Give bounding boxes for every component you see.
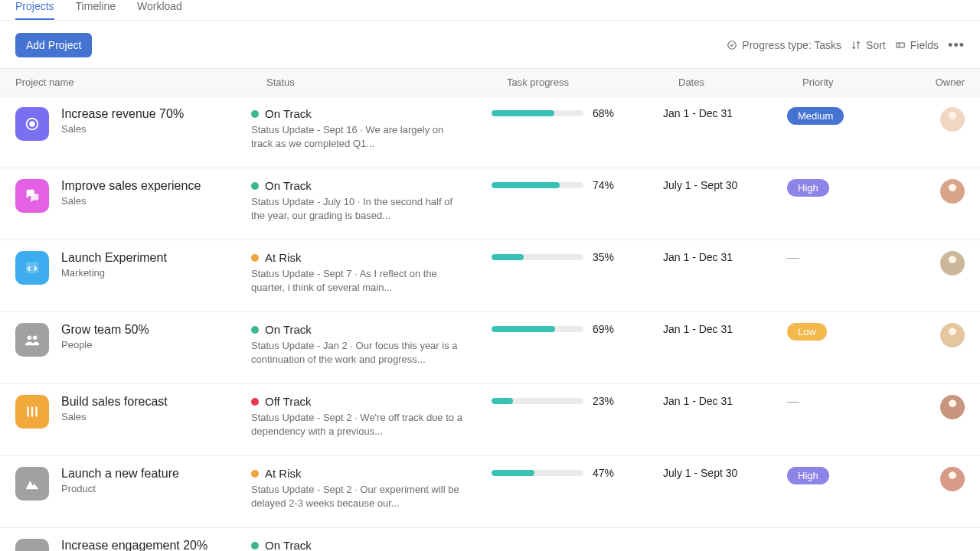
project-name[interactable]: Grow team 50%	[61, 323, 149, 337]
svg-rect-1	[896, 43, 904, 47]
status-dot	[251, 254, 259, 262]
status-description: Status Update - Sept 2 · Our experiment …	[251, 483, 466, 510]
status-title[interactable]: Off Track	[265, 395, 312, 408]
project-category: Product	[61, 483, 179, 494]
progress-bar	[492, 398, 583, 404]
owner-cell	[905, 395, 980, 422]
project-icon	[15, 107, 49, 141]
project-icon	[15, 467, 49, 500]
fields-icon	[895, 40, 906, 51]
avatar[interactable]	[940, 179, 965, 204]
project-icon	[15, 539, 49, 551]
dates-cell[interactable]: Jan 1 - Dec 31	[663, 251, 787, 263]
col-header-owner[interactable]: Owner	[905, 77, 980, 88]
project-icon	[15, 179, 49, 213]
dates-cell[interactable]: July 1 - Sept 30	[663, 467, 787, 479]
tab-workload[interactable]: Workload	[137, 0, 182, 20]
progress-percent: 69%	[593, 323, 614, 335]
owner-cell	[905, 179, 980, 207]
progress-type-selector[interactable]: Progress type: Tasks	[727, 39, 841, 51]
add-project-button[interactable]: Add Project	[15, 33, 92, 57]
table-row[interactable]: Grow team 50% People On Track Status Upd…	[0, 312, 980, 384]
priority-pill[interactable]: High	[787, 467, 829, 484]
project-name[interactable]: Improve sales experience	[61, 179, 201, 193]
table-row[interactable]: Launch a new feature Product At Risk Sta…	[0, 456, 980, 528]
priority-empty[interactable]: —	[787, 251, 799, 264]
project-category: People	[61, 339, 149, 350]
project-category: Sales	[61, 195, 201, 207]
table-row[interactable]: Launch Experiment Marketing At Risk Stat…	[0, 240, 980, 312]
status-title[interactable]: On Track	[265, 539, 312, 551]
status-title[interactable]: At Risk	[265, 251, 302, 264]
svg-point-7	[33, 336, 37, 341]
priority-pill[interactable]: High	[787, 179, 829, 197]
avatar[interactable]	[940, 107, 965, 132]
avatar[interactable]	[940, 395, 965, 419]
project-category: Sales	[61, 411, 168, 422]
owner-cell	[905, 251, 980, 279]
status-dot	[251, 326, 259, 334]
project-name[interactable]: Increase revenue 70%	[61, 107, 184, 121]
project-category: Marketing	[61, 267, 167, 279]
overflow-menu[interactable]: •••	[948, 37, 965, 54]
status-description: Status Update - July 10 · In the second …	[251, 195, 466, 222]
sort-icon	[851, 40, 861, 51]
avatar[interactable]	[940, 467, 965, 491]
col-header-status[interactable]: Status	[251, 77, 492, 88]
priority-cell: High	[787, 467, 905, 484]
table-row[interactable]: Improve sales experience Sales On Track …	[0, 168, 980, 240]
dates-cell[interactable]: Jan 1 - Dec 31	[663, 323, 787, 335]
fields-button[interactable]: Fields	[895, 39, 939, 51]
status-title[interactable]: On Track	[265, 179, 312, 192]
avatar[interactable]	[940, 323, 965, 347]
project-name[interactable]: Build sales forecast	[61, 395, 168, 409]
status-dot	[251, 542, 259, 549]
table-row[interactable]: Build sales forecast Sales Off Track Sta…	[0, 384, 980, 456]
col-header-name[interactable]: Project name	[0, 77, 251, 88]
table-header: Project name Status Task progress Dates …	[0, 68, 980, 96]
dates-cell[interactable]: July 1 - Sept 30	[663, 179, 787, 191]
status-dot	[251, 398, 259, 406]
table-row[interactable]: Increase revenue 70% Sales On Track Stat…	[0, 96, 980, 168]
col-header-dates[interactable]: Dates	[663, 77, 787, 88]
project-icon	[15, 251, 49, 285]
progress-bar	[492, 254, 583, 260]
progress-percent: 35%	[593, 251, 614, 263]
status-description: Status Update - Sept 16 · We are largely…	[251, 123, 466, 150]
tab-timeline[interactable]: Timeline	[76, 0, 116, 20]
sort-button[interactable]: Sort	[851, 39, 886, 51]
status-title[interactable]: At Risk	[265, 467, 302, 480]
status-title[interactable]: On Track	[265, 323, 312, 336]
dates-cell[interactable]: Jan 1 - Dec 31	[663, 395, 787, 407]
status-description: Status Update - Jan 2 · Our focus this y…	[251, 339, 466, 366]
progress-percent: 23%	[593, 395, 614, 407]
sort-label: Sort	[866, 39, 886, 51]
tab-projects[interactable]: Projects	[15, 0, 54, 20]
col-header-progress[interactable]: Task progress	[492, 77, 663, 88]
status-description: Status Update - Sept 2 · We're off track…	[251, 411, 466, 438]
dates-cell[interactable]: Jan 1 - Dec 31	[663, 107, 787, 119]
progress-percent: 74%	[593, 179, 614, 191]
progress-percent: 68%	[593, 107, 614, 119]
avatar[interactable]	[940, 251, 965, 276]
col-header-priority[interactable]: Priority	[787, 77, 905, 88]
priority-cell: Medium	[787, 107, 905, 125]
owner-cell	[905, 107, 980, 135]
status-dot	[251, 182, 259, 190]
svg-point-6	[28, 336, 32, 341]
project-name[interactable]: Launch a new feature	[61, 467, 179, 481]
priority-pill[interactable]: Low	[787, 323, 827, 341]
priority-empty[interactable]: —	[787, 395, 799, 408]
project-name[interactable]: Increase engagement 20%	[61, 539, 207, 551]
owner-cell	[905, 467, 980, 494]
project-rows: Increase revenue 70% Sales On Track Stat…	[0, 96, 980, 551]
table-row[interactable]: Increase engagement 20% On Track	[0, 528, 980, 551]
project-name[interactable]: Launch Experiment	[61, 251, 167, 265]
priority-cell: Low	[787, 323, 905, 341]
priority-pill[interactable]: Medium	[787, 107, 844, 125]
owner-cell	[905, 323, 980, 350]
status-description: Status Update - Sept 7 · As I reflect on…	[251, 267, 466, 294]
progress-percent: 47%	[593, 467, 614, 479]
progress-bar	[492, 470, 583, 476]
status-title[interactable]: On Track	[265, 107, 312, 120]
